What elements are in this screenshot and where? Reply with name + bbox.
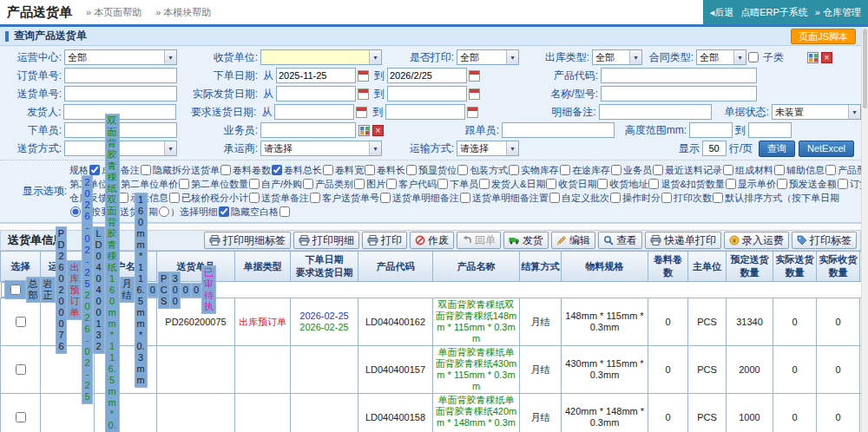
column-header[interactable]: 实际送货数量 [773, 252, 817, 282]
column-header[interactable]: 下单日期 要求送货日期 [291, 252, 358, 282]
delivery-no-input[interactable] [64, 86, 177, 101]
print-detail-label-button[interactable]: 打印明细标签 [204, 232, 291, 249]
display-option[interactable]: 产品型号 [838, 164, 861, 177]
display-option[interactable]: 第二单位数量 [191, 178, 260, 191]
display-option[interactable]: 组成材料 [735, 164, 786, 177]
sort-order-radio[interactable] [70, 206, 81, 217]
display-option-checkbox[interactable] [380, 193, 391, 203]
edit-button[interactable]: 编辑 [551, 232, 595, 249]
doc-status-select[interactable]: 未装置▾ [772, 104, 861, 120]
column-header[interactable]: 产品名称 [433, 252, 520, 282]
order-clerk-input[interactable] [64, 122, 177, 138]
display-option[interactable]: 业务员 [623, 164, 664, 177]
clear-icon[interactable]: × [821, 52, 832, 63]
display-option[interactable]: 送货单备注 [261, 192, 321, 205]
row-select-checkbox[interactable] [16, 412, 26, 422]
display-option[interactable]: 隐藏空白格 [231, 206, 291, 219]
display-option[interactable]: 包装方式 [470, 164, 520, 177]
table-row[interactable]: LD040400157单面背胶青稞纸单面背胶青稞纸430mm * 115mm *… [1, 346, 868, 394]
calendar-icon[interactable] [356, 107, 367, 118]
calendar-icon[interactable] [467, 107, 478, 118]
rows-per-page-input[interactable] [702, 141, 727, 156]
table-row[interactable]: 总部岩正PD260200076出库预订单2026-02-252026-02-25… [1, 282, 41, 298]
display-option[interactable]: 送货单明细备注 [392, 192, 471, 205]
display-option[interactable]: 产品类别 [315, 178, 365, 191]
display-option-checkbox[interactable] [272, 165, 282, 175]
calendar-icon[interactable] [469, 88, 480, 100]
display-option[interactable]: 仓库反馈量 [69, 192, 129, 205]
table-row[interactable]: LD040400158单面背胶青稞纸单面背胶青稞纸420mm * 148mm *… [1, 394, 868, 432]
display-option[interactable]: 显示单价 [738, 178, 788, 191]
order-date-from-input[interactable] [276, 68, 356, 83]
print-button[interactable]: 打印 [362, 232, 407, 249]
display-option[interactable]: 退货&扣货数量 [661, 178, 736, 191]
display-option[interactable]: 客户代码 [398, 178, 449, 191]
merchandiser-input[interactable] [502, 122, 615, 138]
display-option-checkbox[interactable] [179, 179, 189, 189]
shipper-input[interactable] [63, 104, 176, 120]
display-option-checkbox[interactable] [365, 165, 375, 175]
view-button[interactable]: 查看 [598, 232, 642, 249]
enter-freight-button[interactable]: ¥录入运费 [724, 232, 789, 249]
display-option-checkbox[interactable] [437, 179, 448, 189]
height-range-min-input[interactable] [689, 122, 733, 138]
display-option[interactable]: 客户送货单号 [322, 192, 391, 205]
express-print-button[interactable]: 快递单打印 [645, 232, 721, 249]
order-date-to-input[interactable] [387, 68, 467, 83]
module-help-link[interactable]: » 本模块帮助 [155, 6, 211, 19]
netexcel-button[interactable]: NetExcel [799, 141, 854, 157]
display-option-checkbox[interactable] [460, 193, 470, 203]
salesman-input[interactable] [260, 122, 356, 138]
display-option[interactable]: 卷料卷数 [233, 164, 283, 177]
delivery-method-select[interactable]: ▾ [64, 141, 177, 156]
display-option-checkbox[interactable] [611, 165, 621, 175]
display-option-checkbox[interactable] [546, 179, 556, 189]
print-detail-button[interactable]: 打印明细 [293, 232, 359, 249]
display-option[interactable]: 卷料总长 [284, 164, 334, 177]
display-option[interactable]: 自定义批次 [562, 192, 621, 205]
display-option-checkbox[interactable] [141, 165, 151, 175]
display-option[interactable]: 下单员 [450, 178, 490, 191]
row-select-checkbox[interactable] [16, 364, 26, 375]
display-option-checkbox[interactable] [549, 193, 560, 203]
display-option-checkbox[interactable] [249, 179, 260, 189]
height-range-max-input[interactable] [748, 122, 792, 138]
display-option[interactable]: 订货单&要求日期 [850, 178, 861, 191]
display-option-checkbox[interactable] [774, 165, 785, 175]
actual-ship-from-input[interactable] [276, 86, 356, 101]
display-option[interactable]: 已核价税分小计 [181, 192, 260, 205]
display-option[interactable]: 第二单位单价 [121, 178, 190, 191]
display-option-checkbox[interactable] [653, 165, 663, 175]
receipt-button[interactable]: 回单 [457, 232, 501, 249]
display-option[interactable]: 卷料宽 [335, 164, 376, 177]
clear-icon[interactable]: × [372, 125, 384, 136]
back-link[interactable]: ◂后退 [710, 6, 734, 19]
system-name-link[interactable]: 点晴ERP子系统 [740, 6, 808, 19]
column-header[interactable]: 主单位 [688, 252, 727, 282]
display-option-checkbox[interactable] [509, 165, 519, 175]
display-option-checkbox[interactable] [713, 193, 723, 203]
display-option[interactable]: 实物库存 [521, 164, 571, 177]
required-date-to-input[interactable] [385, 104, 465, 120]
display-option-checkbox[interactable] [249, 193, 260, 203]
display-option-checkbox[interactable] [354, 179, 365, 189]
display-option[interactable]: 收货日期 [558, 178, 608, 191]
display-option-checkbox[interactable] [89, 165, 100, 175]
display-option-checkbox[interactable] [323, 165, 333, 175]
display-option-checkbox[interactable] [118, 193, 128, 203]
display-option[interactable]: 最近送料记录 [665, 164, 734, 177]
calendar-icon[interactable] [469, 70, 480, 82]
calendar-icon[interactable] [358, 70, 369, 82]
page-js-script-button[interactable]: 页面JS脚本 [791, 29, 856, 44]
display-option[interactable]: 自产/外购 [261, 178, 314, 191]
detail-remark-input[interactable] [599, 104, 712, 120]
display-option[interactable]: 卷料长 [377, 164, 418, 177]
search-button[interactable]: 查询 [759, 141, 795, 157]
column-header[interactable]: 卷料卷数 [648, 252, 688, 282]
display-option-checkbox[interactable] [661, 193, 672, 203]
display-option-checkbox[interactable] [723, 165, 733, 175]
display-option-checkbox[interactable] [597, 179, 608, 189]
transport-method-select[interactable]: 请选择▾ [457, 141, 519, 156]
display-option-checkbox[interactable] [169, 193, 180, 203]
display-option[interactable]: 打印次数 [674, 192, 724, 205]
